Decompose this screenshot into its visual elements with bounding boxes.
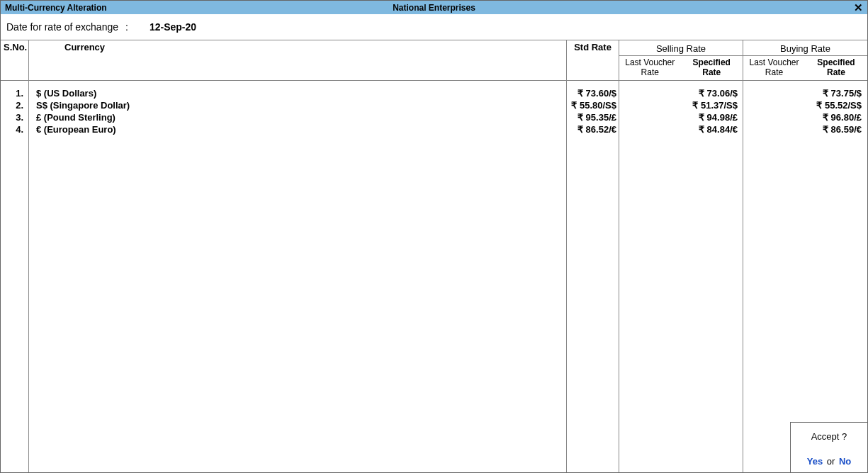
- cell-std-rate[interactable]: ₹ 55.80/S$: [567, 100, 619, 112]
- cell-std-rate[interactable]: ₹ 73.60/$: [567, 88, 619, 100]
- accept-dialog: Accept ? Yes or No: [790, 422, 868, 473]
- cell-buy-last: [743, 112, 805, 124]
- accept-title: Accept ?: [811, 431, 847, 442]
- window-title: Multi-Currency Alteration: [5, 3, 107, 13]
- cell-currency: € (European Euro): [29, 124, 567, 136]
- cell-buy-last: [743, 88, 805, 100]
- header-sno: S.No.: [1, 40, 29, 80]
- table-row[interactable]: 1. $ (US Dollars) ₹ 73.60/$ ₹ 73.06/$ ₹ …: [1, 88, 867, 100]
- header-buying-last-voucher: Last VoucherRate: [743, 56, 805, 79]
- cell-sell-spec[interactable]: ₹ 84.84/€: [681, 124, 743, 136]
- close-icon[interactable]: ✕: [854, 3, 863, 13]
- cell-sell-last: [619, 112, 681, 124]
- exchange-date-row: Date for rate of exchange : 12-Sep-20: [1, 14, 867, 40]
- header-buying-specified: SpecifiedRate: [805, 56, 867, 79]
- header-selling: Selling Rate Last VoucherRate SpecifiedR…: [619, 40, 743, 80]
- header-row: S.No. Currency Std Rate Selling Rate Las…: [1, 40, 867, 81]
- table-row[interactable]: 3. £ (Pound Sterling) ₹ 95.35/£ ₹ 94.98/…: [1, 112, 867, 124]
- multi-currency-window: Multi-Currency Alteration National Enter…: [0, 0, 868, 473]
- header-std-rate: Std Rate: [567, 40, 619, 80]
- cell-buy-spec[interactable]: ₹ 73.75/$: [805, 88, 867, 100]
- cell-sno: 4.: [1, 124, 29, 136]
- cell-sell-spec[interactable]: ₹ 51.37/S$: [681, 100, 743, 112]
- cell-std-rate[interactable]: ₹ 86.52/€: [567, 124, 619, 136]
- rates-grid: S.No. Currency Std Rate Selling Rate Las…: [1, 40, 867, 472]
- cell-sno: 2.: [1, 100, 29, 112]
- cell-sno: 1.: [1, 88, 29, 100]
- cell-sell-spec[interactable]: ₹ 73.06/$: [681, 88, 743, 100]
- title-bar: Multi-Currency Alteration National Enter…: [1, 1, 867, 14]
- header-selling-specified: SpecifiedRate: [681, 56, 743, 79]
- accept-or: or: [825, 456, 837, 467]
- header-selling-last-voucher: Last VoucherRate: [619, 56, 681, 79]
- cell-buy-spec[interactable]: ₹ 55.52/S$: [805, 100, 867, 112]
- cell-currency: $ (US Dollars): [29, 88, 567, 100]
- exchange-date-value[interactable]: 12-Sep-20: [137, 21, 196, 33]
- cell-currency: S$ (Singapore Dollar): [29, 100, 567, 112]
- cell-sell-spec[interactable]: ₹ 94.98/£: [681, 112, 743, 124]
- header-currency: Currency: [29, 40, 567, 80]
- exchange-date-label: Date for rate of exchange: [6, 21, 118, 33]
- header-selling-label: Selling Rate: [619, 42, 743, 55]
- accept-yes-button[interactable]: Yes: [807, 456, 823, 467]
- cell-buy-spec[interactable]: ₹ 86.59/€: [805, 124, 867, 136]
- cell-sno: 3.: [1, 112, 29, 124]
- cell-buy-last: [743, 100, 805, 112]
- accept-no-button[interactable]: No: [839, 456, 851, 467]
- company-name: National Enterprises: [393, 3, 475, 13]
- data-rows: 1. $ (US Dollars) ₹ 73.60/$ ₹ 73.06/$ ₹ …: [1, 81, 867, 472]
- table-row[interactable]: 2. S$ (Singapore Dollar) ₹ 55.80/S$ ₹ 51…: [1, 100, 867, 112]
- colon: :: [124, 21, 131, 33]
- cell-std-rate[interactable]: ₹ 95.35/£: [567, 112, 619, 124]
- cell-buy-spec[interactable]: ₹ 96.80/£: [805, 112, 867, 124]
- cell-sell-last: [619, 124, 681, 136]
- header-buying-label: Buying Rate: [743, 42, 867, 55]
- cell-buy-last: [743, 124, 805, 136]
- cell-sell-last: [619, 88, 681, 100]
- accept-actions: Yes or No: [807, 456, 852, 467]
- cell-sell-last: [619, 100, 681, 112]
- header-buying: Buying Rate Last VoucherRate SpecifiedRa…: [743, 40, 867, 80]
- cell-currency: £ (Pound Sterling): [29, 112, 567, 124]
- grid-body: 1. $ (US Dollars) ₹ 73.60/$ ₹ 73.06/$ ₹ …: [1, 81, 867, 472]
- table-row[interactable]: 4. € (European Euro) ₹ 86.52/€ ₹ 84.84/€…: [1, 124, 867, 136]
